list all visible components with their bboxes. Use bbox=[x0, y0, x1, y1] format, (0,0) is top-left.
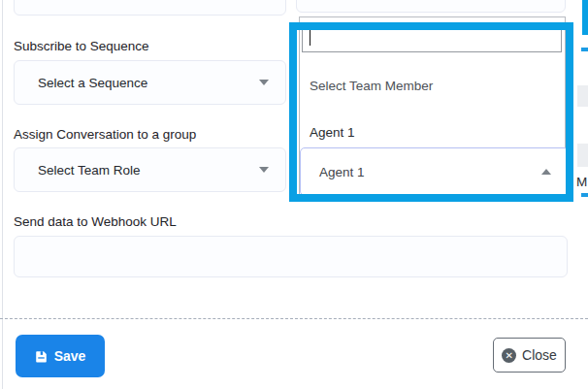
webhook-url-label: Send data to Webhook URL bbox=[14, 214, 177, 230]
close-button-label: Close bbox=[522, 347, 557, 363]
team-member-select-value: Agent 1 bbox=[301, 165, 541, 179]
team-role-select-value: Select Team Role bbox=[15, 163, 259, 178]
footer-divider bbox=[0, 318, 588, 319]
team-member-option[interactable]: Select Team Member bbox=[300, 74, 565, 97]
team-member-search-input[interactable] bbox=[302, 22, 562, 52]
webhook-url-input[interactable] bbox=[14, 236, 568, 277]
modal-left-border bbox=[2, 0, 3, 389]
edge-highlight-fragment bbox=[582, 0, 588, 35]
sequence-select-value: Select a Sequence bbox=[15, 76, 259, 90]
team-member-option[interactable]: Agent 1 bbox=[300, 120, 565, 144]
subscribe-sequence-label: Subscribe to Sequence bbox=[14, 39, 149, 54]
assign-group-label: Assign Conversation to a group bbox=[14, 127, 196, 143]
team-member-dropdown-panel: Select Team Member Agent 1 Agent 1 bbox=[299, 16, 566, 198]
edge-blue-dash bbox=[581, 193, 588, 197]
close-circle-icon: ✕ bbox=[502, 348, 516, 363]
edge-partial-text: M bbox=[576, 175, 587, 189]
top-left-input[interactable] bbox=[14, 0, 286, 16]
chevron-down-icon bbox=[259, 80, 269, 85]
team-member-select[interactable]: Agent 1 bbox=[300, 147, 569, 196]
sequence-select[interactable]: Select a Sequence bbox=[14, 60, 286, 105]
text-cursor bbox=[310, 29, 310, 46]
edge-gray-block bbox=[577, 85, 588, 107]
edge-blue-dash bbox=[581, 48, 588, 51]
save-button-label: Save bbox=[54, 348, 86, 364]
top-right-input[interactable] bbox=[296, 0, 566, 13]
close-button[interactable]: ✕ Close bbox=[493, 338, 566, 373]
edge-gray-block bbox=[577, 144, 588, 167]
save-icon bbox=[35, 350, 48, 363]
chevron-up-icon bbox=[541, 169, 551, 175]
save-button[interactable]: Save bbox=[16, 335, 105, 377]
chevron-down-icon bbox=[259, 167, 269, 173]
team-role-select[interactable]: Select Team Role bbox=[14, 147, 286, 192]
